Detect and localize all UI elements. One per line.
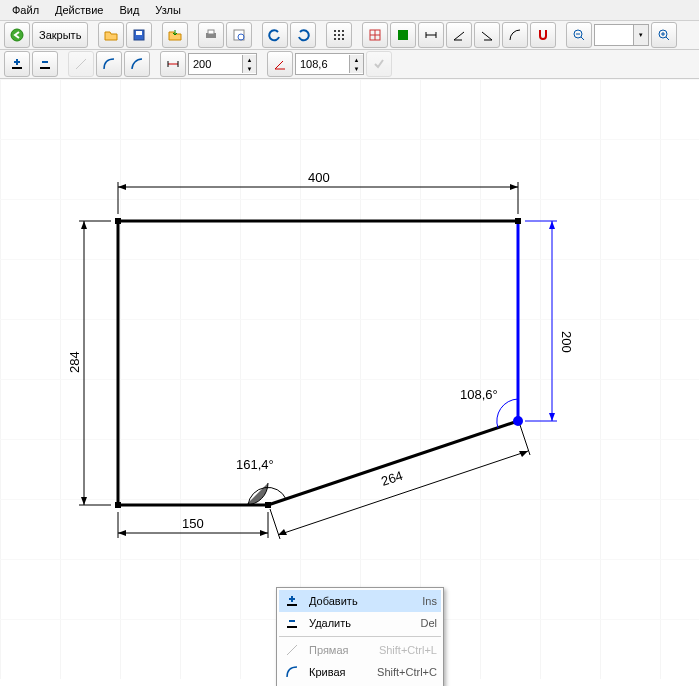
- dim-angle2: 108,6°: [460, 387, 498, 402]
- line-icon: [283, 641, 301, 659]
- curve-icon: [283, 663, 301, 681]
- length-down[interactable]: ▼: [242, 64, 256, 73]
- menu-action[interactable]: Действие: [47, 2, 111, 18]
- dim-angle2-button[interactable]: [474, 22, 500, 48]
- svg-point-8: [338, 30, 340, 32]
- ctx-delete-label: Удалить: [309, 617, 412, 629]
- menu-view[interactable]: Вид: [111, 2, 147, 18]
- dim-left: 284: [67, 351, 82, 373]
- svg-line-60: [520, 425, 530, 455]
- import-button[interactable]: [162, 22, 188, 48]
- ctx-line: Прямая Shift+Ctrl+L: [279, 639, 441, 661]
- add-node-icon: [283, 592, 301, 610]
- ctx-delete-sc: Del: [420, 617, 437, 629]
- svg-line-27: [666, 37, 669, 40]
- undo-button[interactable]: [262, 22, 288, 48]
- svg-line-42: [268, 421, 518, 505]
- svg-point-14: [338, 38, 340, 40]
- print-button[interactable]: [198, 22, 224, 48]
- length-field[interactable]: [189, 55, 242, 73]
- zoom-field[interactable]: [595, 25, 633, 45]
- context-menu: Добавить Ins Удалить Del Прямая Shift+Ct…: [276, 587, 444, 686]
- angle-up[interactable]: ▲: [349, 55, 363, 64]
- svg-rect-47: [265, 502, 271, 508]
- zoom-dropdown[interactable]: ▾: [633, 25, 648, 45]
- open-button[interactable]: [98, 22, 124, 48]
- svg-line-69: [287, 645, 297, 655]
- ctx-add[interactable]: Добавить Ins: [279, 590, 441, 612]
- remove-node-button[interactable]: [32, 51, 58, 77]
- snap-magnet-button[interactable]: [530, 22, 556, 48]
- toolbar-1: Закрыть ▾: [0, 21, 699, 50]
- dim-angle1-button[interactable]: [446, 22, 472, 48]
- svg-line-24: [581, 37, 584, 40]
- line-tool-button[interactable]: [68, 51, 94, 77]
- svg-rect-44: [115, 218, 121, 224]
- grid-toggle-button[interactable]: [326, 22, 352, 48]
- svg-point-9: [342, 30, 344, 32]
- dim-horizontal-button[interactable]: [418, 22, 444, 48]
- menu-bar: Файл Действие Вид Узлы: [0, 0, 699, 21]
- svg-rect-46: [115, 502, 121, 508]
- zoom-out-button[interactable]: [566, 22, 592, 48]
- svg-point-11: [338, 34, 340, 36]
- zoom-in-button[interactable]: [651, 22, 677, 48]
- svg-point-0: [11, 29, 23, 41]
- angle-icon[interactable]: [267, 51, 293, 77]
- ctx-curve[interactable]: Кривая Shift+Ctrl+C: [279, 661, 441, 683]
- dim-top: 400: [308, 170, 330, 185]
- arc-tool-button[interactable]: [124, 51, 150, 77]
- length-input[interactable]: ▲▼: [188, 53, 257, 75]
- svg-rect-19: [398, 30, 408, 40]
- dim-angle1: 161,4°: [236, 457, 274, 472]
- svg-point-10: [334, 34, 336, 36]
- ctx-curve-label: Кривая: [309, 666, 369, 678]
- length-icon[interactable]: [160, 51, 186, 77]
- svg-line-58: [278, 451, 528, 535]
- drawing-canvas[interactable]: 400 284 150 264 200 161,4° 108,6°: [0, 79, 699, 679]
- ctx-line-sc: Shift+Ctrl+L: [379, 644, 437, 656]
- close-label: Закрыть: [39, 29, 81, 41]
- preview-button[interactable]: [226, 22, 252, 48]
- ctx-line-label: Прямая: [309, 644, 371, 656]
- redo-button[interactable]: [290, 22, 316, 48]
- apply-button[interactable]: [366, 51, 392, 77]
- back-button[interactable]: [4, 22, 30, 48]
- save-button[interactable]: [126, 22, 152, 48]
- ctx-delete[interactable]: Удалить Del: [279, 612, 441, 634]
- zoom-input[interactable]: ▾: [594, 24, 649, 46]
- add-node-button[interactable]: [4, 51, 30, 77]
- svg-rect-45: [515, 218, 521, 224]
- ctx-curve-sc: Shift+Ctrl+C: [377, 666, 437, 678]
- svg-rect-4: [208, 30, 214, 34]
- svg-rect-2: [136, 31, 142, 35]
- angle-field[interactable]: [296, 55, 349, 73]
- toolbar-2: ▲▼ ▲▼: [0, 50, 699, 79]
- menu-file[interactable]: Файл: [4, 2, 47, 18]
- svg-point-7: [334, 30, 336, 32]
- curve-tool-button[interactable]: [96, 51, 122, 77]
- close-button[interactable]: Закрыть: [32, 22, 88, 48]
- ctx-add-label: Добавить: [309, 595, 414, 607]
- snap-grid-button[interactable]: [362, 22, 388, 48]
- angle-input[interactable]: ▲▼: [295, 53, 364, 75]
- dim-diag: 264: [379, 468, 404, 489]
- length-up[interactable]: ▲: [242, 55, 256, 64]
- svg-point-13: [334, 38, 336, 40]
- svg-point-15: [342, 38, 344, 40]
- ctx-add-sc: Ins: [422, 595, 437, 607]
- svg-line-35: [76, 59, 86, 69]
- snap-object-button[interactable]: [390, 22, 416, 48]
- svg-point-48: [513, 416, 523, 426]
- menu-nodes[interactable]: Узлы: [147, 2, 189, 18]
- remove-node-icon: [283, 614, 301, 632]
- dim-bottom: 150: [182, 516, 204, 531]
- svg-point-12: [342, 34, 344, 36]
- angle-down[interactable]: ▼: [349, 64, 363, 73]
- dim-arc-button[interactable]: [502, 22, 528, 48]
- dim-right: 200: [559, 331, 574, 353]
